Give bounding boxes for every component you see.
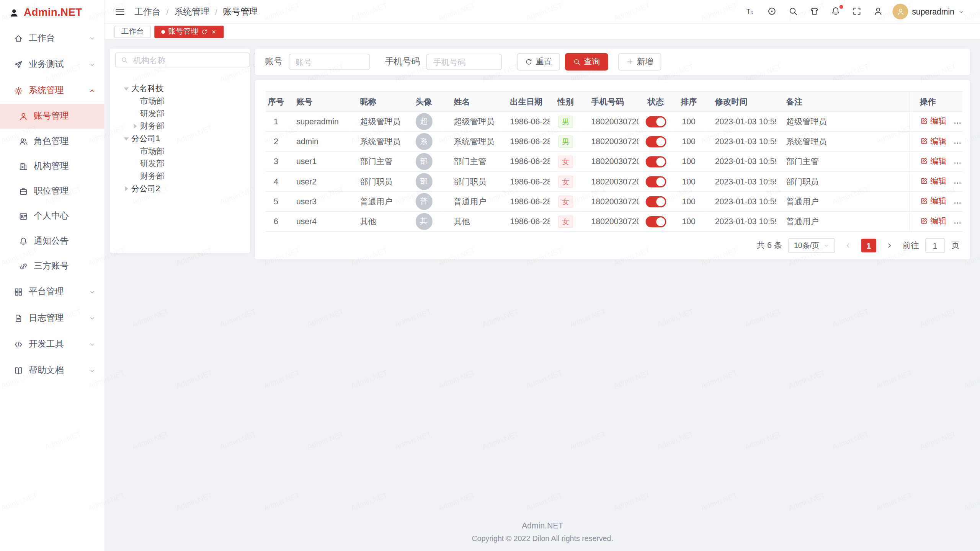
tab-refresh-icon[interactable] xyxy=(201,28,207,34)
sidebar-item-account-management[interactable]: 账号管理 xyxy=(0,104,105,129)
edit-button[interactable]: 编辑 xyxy=(920,135,946,147)
phone-input[interactable] xyxy=(426,54,502,70)
goto-page-input[interactable] xyxy=(925,238,945,253)
cell-nickname: 其他 xyxy=(350,212,403,231)
tree-node[interactable]: 大名科技 xyxy=(115,83,245,95)
table-header-row: 序号账号昵称头像姓名出生日期性别手机号码状态排序修改时间备注操作 xyxy=(266,91,962,111)
tree-node[interactable]: 市场部 xyxy=(115,95,245,108)
sidebar-item-platform-management[interactable]: 平台管理 xyxy=(0,279,105,305)
add-button[interactable]: 新增 xyxy=(618,53,662,71)
menu-collapse-button[interactable] xyxy=(114,6,126,17)
cell-phone: 18020030720 xyxy=(581,171,639,191)
cell-nickname: 系统管理员 xyxy=(350,132,403,152)
page-size-select[interactable]: 10条/页 xyxy=(788,238,835,253)
sidebar-item-system-management[interactable]: 系统管理 xyxy=(0,77,105,104)
sidebar-item-help-docs[interactable]: 帮助文档 xyxy=(0,357,105,384)
cell-account: admin xyxy=(286,132,350,152)
tab-workbench[interactable]: 工作台 xyxy=(114,25,151,38)
cell-phone: 18020030720 xyxy=(581,132,639,152)
row-more-button[interactable] xyxy=(953,139,962,147)
cell-modified: 2023-01-03 10:59:44 xyxy=(705,132,776,152)
row-more-button[interactable] xyxy=(953,199,962,207)
bell-icon xyxy=(831,6,841,16)
profile-button[interactable] xyxy=(873,6,884,17)
skin-button[interactable] xyxy=(809,6,820,17)
sidebar-item-role-management[interactable]: 角色管理 xyxy=(0,129,105,153)
tree-node[interactable]: 分公司1 xyxy=(115,132,245,145)
sidebar-item-workbench[interactable]: 工作台 xyxy=(0,25,105,51)
cell-actions: 编辑 xyxy=(910,111,963,131)
tree-node-label: 分公司1 xyxy=(131,133,160,144)
caret-right-icon[interactable] xyxy=(132,124,140,129)
sidebar-item-business-test[interactable]: 业务测试 xyxy=(0,51,105,78)
search-button[interactable]: 查询 xyxy=(565,53,608,71)
status-toggle[interactable] xyxy=(645,156,666,167)
pagination-total: 共 6 条 xyxy=(757,240,782,251)
status-toggle[interactable] xyxy=(645,216,666,227)
edit-button[interactable]: 编辑 xyxy=(920,176,946,187)
status-toggle[interactable] xyxy=(645,116,666,127)
user-menu[interactable]: superadmin xyxy=(893,4,965,20)
sidebar-item-org-management[interactable]: 机构管理 xyxy=(0,154,105,179)
cell-actions: 编辑 xyxy=(910,191,963,211)
prev-page-button[interactable] xyxy=(841,239,855,253)
next-page-button[interactable] xyxy=(882,239,896,253)
sidebar-menu: 工作台业务测试系统管理账号管理角色管理机构管理职位管理个人中心通知公告三方账号平… xyxy=(0,25,105,383)
tab-close-icon[interactable] xyxy=(211,28,217,34)
chevron-down-icon xyxy=(89,35,96,42)
cell-phone: 18020030720 xyxy=(581,111,639,131)
breadcrumb-item[interactable]: 工作台 xyxy=(134,6,161,17)
account-input[interactable] xyxy=(289,54,370,70)
status-toggle[interactable] xyxy=(645,136,666,147)
tree-node[interactable]: 市场部 xyxy=(115,145,245,158)
tree-node[interactable]: 财务部 xyxy=(115,120,245,132)
column-phone: 手机号码 xyxy=(581,91,639,111)
edit-button[interactable]: 编辑 xyxy=(920,196,946,207)
sidebar-item-dev-tools[interactable]: 开发工具 xyxy=(0,331,105,357)
page-1-button[interactable]: 1 xyxy=(861,239,876,253)
column-remark: 备注 xyxy=(776,91,910,111)
font-size-button[interactable]: Tt xyxy=(746,6,756,17)
edit-button[interactable]: 编辑 xyxy=(920,215,946,227)
status-toggle[interactable] xyxy=(645,196,666,207)
caret-down-icon[interactable] xyxy=(124,135,131,143)
tree-node[interactable]: 研发部 xyxy=(115,157,245,170)
org-search-input[interactable] xyxy=(132,55,244,65)
row-more-button[interactable] xyxy=(953,179,962,187)
tree-node[interactable]: 研发部 xyxy=(115,108,245,120)
cell-birth: 1986-06-28 xyxy=(500,171,550,191)
sidebar-item-personal-center[interactable]: 个人中心 xyxy=(0,204,105,228)
sidebar-item-position-management[interactable]: 职位管理 xyxy=(0,179,105,204)
sidebar-item-notice[interactable]: 通知公告 xyxy=(0,229,105,254)
cell-status xyxy=(639,191,673,211)
tree-node[interactable]: 分公司2 xyxy=(115,183,245,195)
sidebar-item-label: 开发工具 xyxy=(29,339,64,350)
search-button[interactable] xyxy=(788,6,799,17)
tab-account-management[interactable]: 账号管理 xyxy=(154,25,224,38)
tab-active-dot xyxy=(161,30,165,34)
cell-remark: 部门主管 xyxy=(776,152,910,171)
bell-button[interactable] xyxy=(831,6,841,17)
edit-button[interactable]: 编辑 xyxy=(920,155,946,166)
caret-right-icon[interactable] xyxy=(124,186,131,191)
reset-button[interactable]: 重置 xyxy=(517,53,560,71)
sidebar-item-third-account[interactable]: 三方账号 xyxy=(0,254,105,279)
cell-remark: 部门职员 xyxy=(776,171,910,191)
breadcrumb-item[interactable]: 系统管理 xyxy=(174,6,209,17)
tree-node[interactable]: 财务部 xyxy=(115,170,245,183)
table-row: 5user3普通用户普普通用户1986-06-28女18020030720100… xyxy=(266,191,962,211)
record-button[interactable] xyxy=(767,6,777,17)
status-toggle[interactable] xyxy=(645,176,666,187)
row-more-button[interactable] xyxy=(953,218,962,227)
gender-tag: 女 xyxy=(558,215,573,228)
file-icon xyxy=(14,313,23,323)
sidebar-item-log-management[interactable]: 日志管理 xyxy=(0,305,105,331)
search-icon xyxy=(573,58,581,66)
edit-button[interactable]: 编辑 xyxy=(920,116,946,127)
caret-down-icon[interactable] xyxy=(124,85,131,93)
row-more-button[interactable] xyxy=(953,159,962,168)
logo[interactable]: Admin.NET xyxy=(0,0,105,25)
row-more-button[interactable] xyxy=(953,119,962,127)
fullscreen-button[interactable] xyxy=(852,6,862,17)
edit-icon xyxy=(920,137,928,145)
